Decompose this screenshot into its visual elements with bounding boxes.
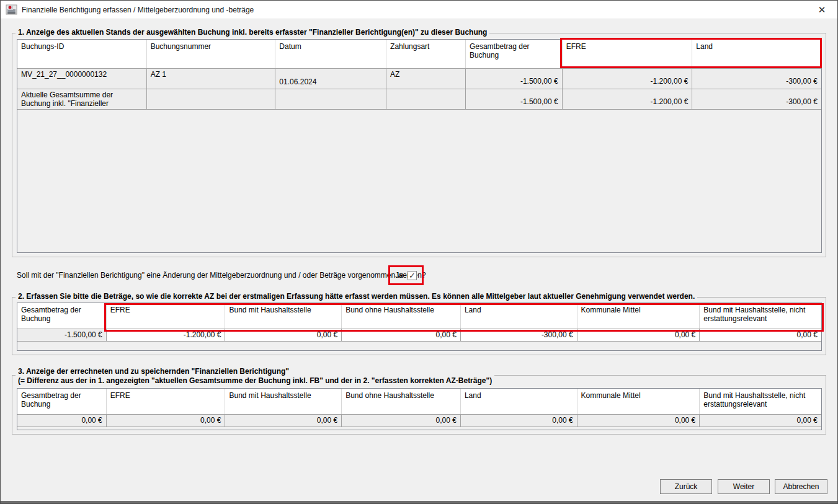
section3-legend-line1: 3. Anzeige der errechneten und zu speich… [18, 367, 492, 376]
fb-total-amount-cell: 0,00 € [17, 415, 107, 427]
efre-amount-input[interactable]: -1.200,00 € [107, 329, 226, 341]
fb-kommunale-mittel-amount-cell: 0,00 € [577, 415, 700, 427]
fb-land-amount-cell: 0,00 € [461, 415, 577, 427]
answer-label: Ja [395, 271, 403, 280]
column-header-bund-nicht-erstattung: Bund mit Haushaltsstelle, nicht erstattu… [700, 389, 821, 414]
current-efre-amount-cell: -1.200,00 € [563, 89, 693, 109]
bund-ohne-hh-amount-input[interactable]: 0,00 € [342, 329, 461, 341]
current-total-amount-cell: -1.500,00 € [466, 89, 563, 109]
column-header-gesamtbetrag: Gesamtbetrag der Buchung [17, 303, 107, 329]
correct-amounts-table: Gesamtbetrag der Buchung EFRE Bund mit H… [17, 303, 822, 351]
next-button[interactable]: Weiter [718, 479, 770, 494]
column-header-bund-ohne-hh: Bund ohne Haushaltsstelle [342, 303, 461, 329]
section1-legend: 1. Anzeige des aktuellen Stands der ausg… [16, 28, 489, 37]
booking-id-cell: MV_21_27__0000000132 [17, 69, 147, 89]
column-header-efre: EFRE [107, 389, 226, 414]
fb-efre-amount-cell: 0,00 € [107, 415, 226, 427]
section3-groupbox: 3. Anzeige der errechneten und zu speich… [12, 375, 826, 435]
column-header-datum: Datum [275, 40, 386, 68]
total-amount-cell: -1.500,00 € [466, 69, 563, 89]
section3-legend: 3. Anzeige der errechneten und zu speich… [16, 367, 494, 386]
section2-groupbox: 2. Erfassen Sie bitte die Beträge, so wi… [12, 297, 826, 355]
background-window-edge [1, 501, 837, 503]
table2-input-row: -1.500,00 € -1.200,00 € 0,00 € 0,00 € -3… [17, 329, 821, 342]
column-header-gesamtbetrag: Gesamtbetrag der Buchung [17, 389, 107, 414]
table-row-booking: MV_21_27__0000000132 AZ 1 01.06.2024 AZ … [17, 69, 821, 89]
table2-header-row: Gesamtbetrag der Buchung EFRE Bund mit H… [17, 303, 821, 329]
column-header-land: Land [692, 40, 821, 68]
close-button[interactable]: ✕ [811, 2, 832, 18]
column-header-zahlungsart: Zahlungsart [386, 40, 466, 68]
change-question-label: Soll mit der "Finanziellen Berichtigung"… [17, 271, 426, 280]
kommunale-mittel-amount-input[interactable]: 0,00 € [577, 329, 700, 341]
window-title: Finanzielle Berichtigung erfassen / Mitt… [22, 6, 254, 14]
highlight-box-answer: Ja ✓ [388, 265, 424, 285]
column-header-kommunale-mittel: Kommunale Mittel [577, 389, 700, 414]
column-header-kommunale-mittel: Kommunale Mittel [577, 303, 700, 329]
column-header-gesamtbetrag: Gesamtbetrag der Buchung [466, 40, 563, 68]
payment-type-cell: AZ [386, 69, 466, 89]
column-header-bund-mit-hh: Bund mit Haushaltsstelle [225, 389, 342, 414]
cancel-button[interactable]: Abbrechen [775, 479, 827, 494]
table3-header-row: Gesamtbetrag der Buchung EFRE Bund mit H… [17, 389, 821, 415]
column-header-buchungsnummer: Buchungsnummer [147, 40, 276, 68]
column-header-buchungs-id: Buchungs-ID [17, 40, 147, 68]
total-amount-cell: -1.500,00 € [17, 329, 107, 341]
table-row-current-sum: Aktuelle Gesamtsumme der Buchung inkl. "… [17, 89, 821, 110]
bund-nicht-erstattung-amount-input[interactable]: 0,00 € [700, 329, 821, 341]
calculated-correction-table: Gesamtbetrag der Buchung EFRE Bund mit H… [17, 388, 822, 430]
title-bar: Finanzielle Berichtigung erfassen / Mitt… [1, 1, 837, 19]
empty-cell [275, 89, 386, 109]
column-header-land: Land [461, 303, 577, 329]
section1-groupbox: 1. Anzeige des aktuellen Stands der ausg… [12, 33, 826, 257]
table3-result-row: 0,00 € 0,00 € 0,00 € 0,00 € 0,00 € 0,00 … [17, 415, 821, 427]
empty-cell [147, 89, 276, 109]
date-cell: 01.06.2024 [275, 69, 386, 89]
column-header-land: Land [461, 389, 577, 414]
app-icon [6, 4, 17, 15]
booking-number-cell: AZ 1 [147, 69, 276, 89]
fb-bund-ohne-hh-amount-cell: 0,00 € [342, 415, 461, 427]
back-button[interactable]: Zurück [660, 479, 712, 494]
section2-legend: 2. Erfassen Sie bitte die Beträge, so wi… [16, 292, 697, 301]
efre-amount-cell: -1.200,00 € [563, 69, 693, 89]
dialog-window: Finanzielle Berichtigung erfassen / Mitt… [0, 0, 838, 504]
land-amount-input[interactable]: -300,00 € [461, 329, 577, 341]
section3-legend-line2: (= Differenz aus der in 1. angezeigten "… [18, 376, 492, 386]
bund-mit-hh-amount-input[interactable]: 0,00 € [225, 329, 342, 341]
table1-header-row: Buchungs-ID Buchungsnummer Datum Zahlung… [17, 40, 821, 69]
empty-cell [386, 89, 466, 109]
ja-checkbox[interactable]: ✓ [408, 271, 417, 280]
column-header-bund-nicht-erstattung: Bund mit Haushaltsstelle, nicht erstattu… [700, 303, 821, 329]
fb-bund-mit-hh-amount-cell: 0,00 € [225, 415, 342, 427]
column-header-efre: EFRE [107, 303, 226, 329]
current-sum-label-cell: Aktuelle Gesamtsumme der Buchung inkl. "… [17, 89, 147, 109]
column-header-efre: EFRE [563, 40, 693, 68]
booking-status-table: Buchungs-ID Buchungsnummer Datum Zahlung… [17, 39, 822, 253]
fb-bund-nicht-erstattung-amount-cell: 0,00 € [700, 415, 821, 427]
column-header-bund-ohne-hh: Bund ohne Haushaltsstelle [342, 389, 461, 414]
land-amount-cell: -300,00 € [692, 69, 821, 89]
column-header-bund-mit-hh: Bund mit Haushaltsstelle [225, 303, 342, 329]
current-land-amount-cell: -300,00 € [692, 89, 821, 109]
